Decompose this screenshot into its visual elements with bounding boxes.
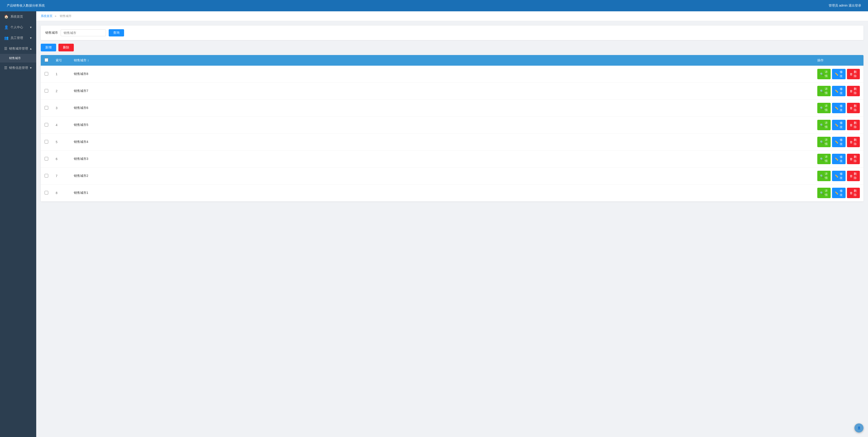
detail-button[interactable]: 🔍 详情	[817, 86, 831, 96]
sidebar-item-home-label: 系统首页	[10, 15, 23, 19]
sidebar-sub-item-sales-city[interactable]: 销售城市	[0, 54, 36, 62]
row-city-cell: 销售城市8	[70, 66, 814, 83]
table-row: 2 销售城市7 🔍 详情 ✏️ 修改 🗑 删除	[41, 83, 864, 100]
row-action-buttons: 🔍 详情 ✏️ 修改 🗑 删除	[817, 86, 860, 96]
detail-button[interactable]: 🔍 详情	[817, 137, 831, 147]
row-check-cell[interactable]	[41, 133, 52, 151]
edit-button[interactable]: ✏️ 修改	[832, 86, 845, 96]
menu-icon-sales: ☰	[4, 66, 7, 70]
edit-button[interactable]: ✏️ 修改	[832, 171, 845, 181]
menu-icon: ☰	[4, 46, 7, 51]
add-button[interactable]: 新增	[41, 44, 56, 52]
trash-icon: 🗑	[850, 123, 852, 127]
sidebar-item-personal-label: 个人中心	[10, 25, 23, 29]
search-icon: 🔍	[820, 72, 824, 76]
row-action-buttons: 🔍 详情 ✏️ 修改 🗑 删除	[817, 103, 860, 113]
row-check-cell[interactable]	[41, 185, 52, 201]
table-header-check[interactable]	[41, 55, 52, 66]
edit-button[interactable]: ✏️ 修改	[832, 188, 845, 198]
sidebar-item-sales-info-mgmt[interactable]: ☰ 销售信息管理 ▼	[0, 62, 36, 73]
row-delete-button[interactable]: 🗑 删除	[847, 154, 860, 164]
employee-icon: 👥	[4, 36, 9, 40]
select-all-checkbox[interactable]	[44, 58, 48, 62]
detail-button[interactable]: 🔍 详情	[817, 171, 831, 181]
row-city-cell: 销售城市2	[70, 167, 814, 185]
sidebar-item-sales-city-mgmt-label: 销售城市管理	[9, 46, 28, 51]
row-checkbox[interactable]	[44, 123, 48, 127]
row-actions-cell: 🔍 详情 ✏️ 修改 🗑 删除	[814, 185, 864, 201]
trash-icon: 🗑	[850, 89, 852, 93]
row-index-cell: 4	[52, 117, 70, 133]
row-checkbox[interactable]	[44, 157, 48, 160]
sidebar-item-employee[interactable]: 👥 员工管理 ▼	[0, 33, 36, 43]
row-checkbox[interactable]	[44, 89, 48, 93]
batch-delete-button[interactable]: 删除	[58, 44, 74, 52]
breadcrumb-separator: »	[55, 14, 56, 18]
search-input[interactable]	[61, 29, 106, 36]
sidebar-item-personal[interactable]: 👤 个人中心 ▼	[0, 22, 36, 33]
row-actions-cell: 🔍 详情 ✏️ 修改 🗑 删除	[814, 133, 864, 151]
row-checkbox[interactable]	[44, 191, 48, 194]
search-icon: 🔍	[820, 174, 824, 178]
row-check-cell[interactable]	[41, 66, 52, 83]
row-index-cell: 6	[52, 151, 70, 167]
detail-button[interactable]: 🔍 详情	[817, 103, 831, 113]
edit-button[interactable]: ✏️ 修改	[832, 69, 845, 79]
table-header-city[interactable]: 销售城市 ↕	[70, 55, 814, 66]
table-row: 5 销售城市4 🔍 详情 ✏️ 修改 🗑 删除	[41, 133, 864, 151]
table-container: 索引 销售城市 ↕ 操作 1 销售城市8	[41, 55, 864, 201]
search-icon: 🔍	[820, 89, 824, 93]
row-check-cell[interactable]	[41, 151, 52, 167]
query-button[interactable]: 查询	[109, 29, 124, 36]
row-delete-button[interactable]: 🗑 删除	[847, 137, 860, 147]
row-actions-cell: 🔍 详情 ✏️ 修改 🗑 删除	[814, 151, 864, 167]
row-checkbox[interactable]	[44, 174, 48, 178]
header-user-info[interactable]: 管理员 admin 退出登录	[829, 4, 861, 8]
detail-button[interactable]: 🔍 详情	[817, 188, 831, 198]
row-checkbox[interactable]	[44, 72, 48, 75]
row-delete-button[interactable]: 🗑 删除	[847, 120, 860, 130]
sidebar: 🏠 系统首页 👤 个人中心 ▼ 👥 员工管理 ▼ ☰ 销售城市管理 ▲ 销售城市…	[0, 11, 36, 437]
search-bar: 销售城市 查询	[41, 26, 864, 40]
sidebar-item-sales-city-mgmt[interactable]: ☰ 销售城市管理 ▲	[0, 43, 36, 54]
row-delete-button[interactable]: 🗑 删除	[847, 103, 860, 113]
detail-button[interactable]: 🔍 详情	[817, 154, 831, 164]
row-delete-button[interactable]: 🗑 删除	[847, 171, 860, 181]
breadcrumb: 系统首页 » 销售城市	[36, 11, 868, 21]
detail-button[interactable]: 🔍 详情	[817, 69, 831, 79]
action-bar: 新增 删除	[41, 44, 864, 52]
edit-icon: ✏️	[835, 123, 838, 127]
row-index-cell: 7	[52, 167, 70, 185]
row-check-cell[interactable]	[41, 117, 52, 133]
search-icon: 🔍	[820, 191, 824, 195]
edit-button[interactable]: ✏️ 修改	[832, 137, 845, 147]
sidebar-item-home[interactable]: 🏠 系统首页	[0, 11, 36, 22]
edit-button[interactable]: ✏️ 修改	[832, 103, 845, 113]
header: 产品销售收入数据分析系统 管理员 admin 退出登录	[0, 0, 868, 11]
row-delete-button[interactable]: 🗑 删除	[847, 86, 860, 96]
table-header-index: 索引	[52, 55, 70, 66]
edit-button[interactable]: ✏️ 修改	[832, 154, 845, 164]
table-header-row: 索引 销售城市 ↕ 操作	[41, 55, 864, 66]
row-index-cell: 5	[52, 133, 70, 151]
table-body: 1 销售城市8 🔍 详情 ✏️ 修改 🗑 删除	[41, 66, 864, 201]
edit-icon: ✏️	[835, 141, 838, 144]
row-checkbox[interactable]	[44, 106, 48, 110]
edit-icon: ✏️	[835, 72, 838, 76]
row-checkbox[interactable]	[44, 140, 48, 144]
breadcrumb-current: 销售城市	[60, 14, 71, 18]
row-check-cell[interactable]	[41, 100, 52, 117]
row-delete-button[interactable]: 🗑 删除	[847, 69, 860, 79]
row-delete-button[interactable]: 🗑 删除	[847, 188, 860, 198]
table-row: 3 销售城市6 🔍 详情 ✏️ 修改 🗑 删除	[41, 100, 864, 117]
trash-icon: 🗑	[850, 141, 852, 144]
edit-icon: ✏️	[835, 191, 838, 195]
edit-button[interactable]: ✏️ 修改	[832, 120, 845, 130]
breadcrumb-home[interactable]: 系统首页	[41, 14, 53, 18]
row-action-buttons: 🔍 详情 ✏️ 修改 🗑 删除	[817, 171, 860, 181]
detail-button[interactable]: 🔍 详情	[817, 120, 831, 130]
table-row: 8 销售城市1 🔍 详情 ✏️ 修改 🗑 删除	[41, 185, 864, 201]
avatar: 👤	[855, 424, 864, 433]
row-check-cell[interactable]	[41, 167, 52, 185]
row-check-cell[interactable]	[41, 83, 52, 100]
